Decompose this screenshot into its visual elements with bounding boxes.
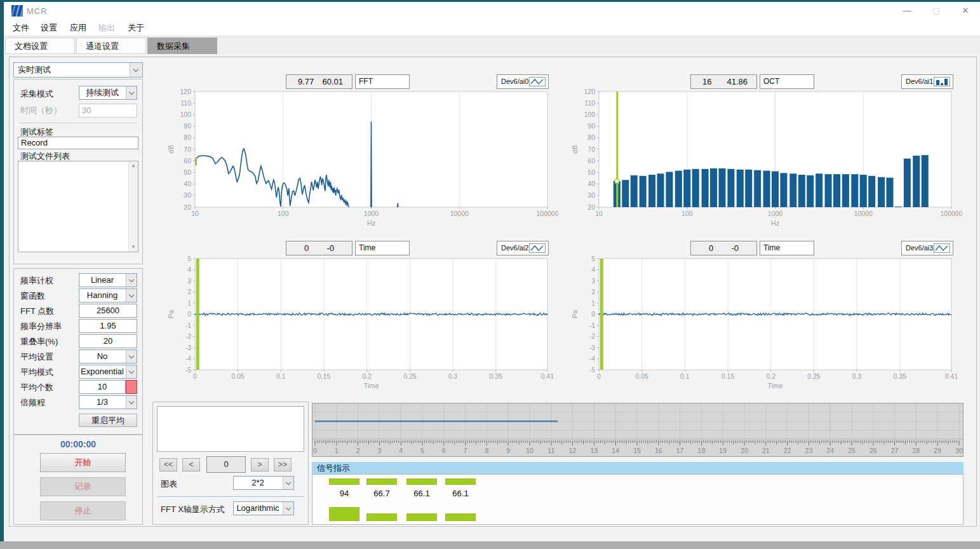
svg-text:110: 110 (584, 99, 595, 107)
file-list-scrollbar[interactable]: ▲ ▼ (128, 161, 138, 252)
chart-layout-select[interactable]: 2*2 (233, 476, 294, 490)
svg-text:1: 1 (591, 299, 595, 307)
menu-app[interactable]: 应用 (70, 22, 86, 34)
svg-text:0: 0 (313, 447, 317, 454)
param-select-8[interactable]: 1/3 (79, 395, 137, 409)
scroll-up-icon[interactable]: ▲ (131, 163, 136, 168)
fft-plot[interactable]: 2030405060708090100110120101001000100001… (154, 72, 558, 229)
signal-peak-bar (329, 507, 359, 521)
svg-text:10000: 10000 (854, 210, 873, 217)
time2-plot[interactable]: -5-4-3-2-101234500.050.10.150.20.250.30.… (154, 239, 558, 394)
param-label: 平均模式 (20, 367, 53, 378)
svg-text:80: 80 (587, 133, 595, 141)
start-button[interactable]: 开始 (40, 453, 126, 472)
param-select-6[interactable]: Exponential (79, 365, 137, 379)
close-button[interactable]: ✕ (951, 2, 980, 20)
svg-text:0.2: 0.2 (362, 372, 372, 380)
svg-text:10000: 10000 (450, 210, 469, 217)
param-input-3[interactable]: 1.95 (79, 319, 137, 333)
next-page-button[interactable]: > (251, 458, 269, 471)
svg-text:0: 0 (591, 310, 595, 318)
time-chart-panel-ai2: 0 -0 Time Dev6/ai2 -5-4-3-2-101234500.05… (154, 239, 558, 394)
svg-text:0.15: 0.15 (318, 372, 331, 380)
page-number-box[interactable]: 0 (206, 456, 246, 473)
svg-text:21: 21 (762, 447, 770, 454)
window-title: MCR (27, 6, 48, 16)
svg-text:28: 28 (913, 447, 920, 454)
param-select-5[interactable]: No (79, 349, 137, 363)
restart-average-button[interactable]: 重启平均 (79, 414, 137, 427)
param-input-7[interactable]: 10 (79, 380, 126, 394)
time-label: 时间（秒） (20, 105, 62, 116)
time-chart-panel-ai3: 0 -0 Time Dev6/ai3 -5-4-3-2-101234500.05… (558, 239, 962, 394)
svg-text:100000: 100000 (940, 210, 962, 217)
test-file-list[interactable]: ▲ ▼ (18, 161, 138, 252)
svg-text:-5: -5 (185, 366, 191, 374)
run-control-group: 00:00:00 开始 记录 停止 (13, 435, 143, 525)
param-input-2[interactable]: 25600 (79, 304, 137, 318)
record-timeline[interactable]: 0123456789101112131415161718192021222324… (312, 403, 963, 457)
measure-mode-select[interactable]: 实时测试 (13, 62, 143, 78)
record-button: 记录 (40, 477, 126, 496)
elapsed-timer: 00:00:00 (14, 439, 142, 449)
svg-text:0.35: 0.35 (894, 372, 907, 380)
svg-text:-3: -3 (589, 344, 595, 351)
svg-text:2: 2 (356, 447, 360, 454)
param-select-0[interactable]: Linear (79, 273, 137, 287)
oct-plot[interactable]: 2030405060708090100110120101001000100001… (558, 72, 962, 229)
fft-axis-mode-select[interactable]: Logarithmic (233, 501, 294, 515)
svg-text:16: 16 (655, 447, 662, 454)
menu-file[interactable]: 文件 (13, 22, 29, 34)
svg-text:25: 25 (848, 447, 856, 454)
param-input-4[interactable]: 20 (79, 334, 137, 348)
svg-text:0.25: 0.25 (403, 372, 417, 380)
svg-text:2: 2 (187, 288, 191, 295)
menu-about[interactable]: 关于 (128, 22, 144, 34)
svg-text:11: 11 (547, 447, 554, 454)
signal-level-value: 66.7 (366, 489, 397, 498)
menu-settings[interactable]: 设置 (41, 22, 57, 34)
acq-mode-select[interactable]: 持续测试 (79, 86, 137, 100)
signal-level-bar (445, 478, 476, 485)
tab-data-acquisition[interactable]: 数据采集 (147, 37, 217, 54)
test-tag-input[interactable]: Record (18, 137, 138, 149)
maximize-button[interactable]: ▢ (922, 2, 951, 20)
svg-text:Time: Time (363, 382, 379, 390)
signal-channel: 66.7 (366, 475, 397, 524)
menu-output: 输出 (98, 22, 115, 34)
svg-text:0.3: 0.3 (852, 372, 862, 380)
signal-level-bar (329, 478, 359, 485)
svg-text:60: 60 (184, 157, 191, 165)
tab-bar: 文档设置 通道设置 数据采集 (4, 36, 980, 54)
svg-text:110: 110 (180, 99, 191, 107)
svg-text:Time: Time (767, 382, 782, 390)
svg-text:0.05: 0.05 (635, 372, 648, 380)
scroll-down-icon[interactable]: ▼ (131, 245, 136, 250)
svg-text:23: 23 (805, 447, 813, 454)
prev-page-button[interactable]: < (182, 458, 200, 471)
svg-text:1000: 1000 (364, 210, 379, 217)
svg-text:-2: -2 (185, 332, 191, 340)
svg-text:1: 1 (335, 447, 339, 454)
record-list[interactable] (157, 406, 304, 452)
signal-peak-bar (445, 513, 476, 521)
svg-text:27: 27 (891, 447, 899, 454)
param-select-1[interactable]: Hanning (79, 288, 137, 302)
tab-channel-settings[interactable]: 通道设置 (76, 37, 146, 54)
minimize-button[interactable]: — (892, 2, 922, 20)
last-page-button[interactable]: >> (274, 458, 292, 471)
first-page-button[interactable]: << (159, 458, 177, 471)
signal-indicator-box: 9466.766.166.1 (312, 474, 963, 525)
time3-plot[interactable]: -5-4-3-2-101234500.050.10.150.20.250.30.… (558, 239, 962, 394)
oct-chart-panel: 16 41.86 OCT Dev6/ai1 203040506070809010… (558, 72, 962, 229)
param-label: 平均设置 (20, 351, 53, 363)
svg-text:0: 0 (193, 372, 197, 380)
title-bar: MCR — ▢ ✕ (4, 2, 980, 20)
signal-indicator-header: 信号指示 (312, 462, 963, 474)
svg-text:0.1: 0.1 (276, 372, 286, 380)
svg-text:5: 5 (187, 255, 191, 262)
time-input[interactable]: 30 (79, 104, 137, 118)
svg-text:90: 90 (184, 122, 191, 130)
tab-document-settings[interactable]: 文档设置 (5, 37, 75, 54)
svg-text:30: 30 (587, 191, 595, 199)
